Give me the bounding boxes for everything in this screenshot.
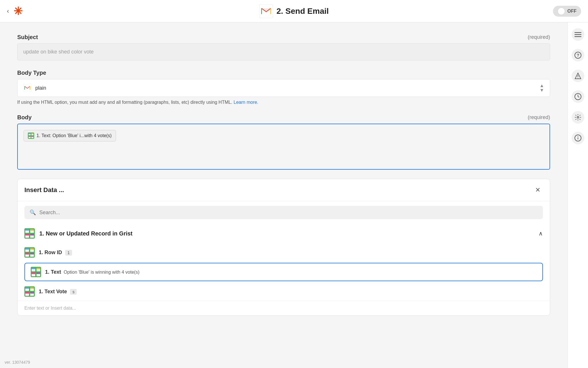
clock-icon <box>575 93 581 100</box>
svg-point-55 <box>577 116 579 118</box>
body-label-row: Body (required) <box>17 114 550 121</box>
search-input-wrap: 🔍 <box>24 206 543 219</box>
sidebar-warning-icon[interactable] <box>572 70 584 82</box>
subject-required: (required) <box>528 34 550 40</box>
svg-rect-9 <box>28 136 30 137</box>
svg-rect-26 <box>30 248 34 250</box>
body-type-value: plain <box>35 85 46 91</box>
svg-rect-45 <box>25 292 29 294</box>
body-label: Body <box>17 114 32 121</box>
select-arrows-icon: ▲ ▼ <box>539 83 544 93</box>
grist-item-icon <box>24 247 35 258</box>
sidebar-settings-icon[interactable] <box>572 111 584 124</box>
svg-rect-35 <box>36 268 40 269</box>
gmail-small-icon <box>23 84 31 92</box>
svg-rect-43 <box>25 287 29 289</box>
bottom-placeholder[interactable]: Enter text or Insert data... <box>24 306 76 310</box>
sidebar-clock-icon[interactable] <box>572 90 584 103</box>
item-label: 1. Text Option 'Blue' is winning with 4 … <box>45 269 140 275</box>
toggle-label: OFF <box>567 9 577 14</box>
svg-rect-49 <box>575 36 581 37</box>
body-required: (required) <box>528 114 550 120</box>
grist-section-header[interactable]: 1. New or Updated Record in Grist ∧ <box>18 224 550 243</box>
svg-rect-48 <box>575 34 581 35</box>
toggle-circle <box>558 7 565 15</box>
subject-label-row: Subject (required) <box>17 34 550 41</box>
warning-triangle-icon <box>575 72 581 79</box>
item-value: Option 'Blue' is winning with 4 vote(s) <box>64 270 140 275</box>
svg-rect-47 <box>575 32 581 33</box>
subject-label: Subject <box>17 34 38 41</box>
body-type-label-row: Body Type <box>17 70 550 76</box>
gmail-icon <box>259 4 273 18</box>
bottom-input-area: Enter text or Insert data... <box>18 301 550 315</box>
grist-section-left: 1. New or Updated Record in Grist <box>24 228 133 239</box>
body-type-select[interactable]: plain ▲ ▼ <box>17 79 550 97</box>
list-item[interactable]: 1. Text Vote s <box>18 282 550 301</box>
close-button[interactable]: ✕ <box>533 185 543 195</box>
search-input[interactable] <box>39 210 538 216</box>
grist-item-icon <box>24 286 35 297</box>
body-type-label: Body Type <box>17 70 46 76</box>
select-left: plain <box>23 84 46 92</box>
svg-rect-46 <box>30 292 34 294</box>
svg-rect-19 <box>30 234 34 235</box>
subject-input[interactable]: update on bike shed color vote <box>17 43 550 60</box>
body-type-info: If using the HTML option, you must add a… <box>17 100 550 105</box>
sidebar-menu-icon[interactable] <box>572 28 584 41</box>
header: ‹ ✳ 2. Send Email OFF <box>0 0 588 22</box>
insert-data-header: Insert Data ... ✕ <box>18 179 550 201</box>
body-tag-text: 1. Text: Option 'Blue' i...with 4 vote(s… <box>36 133 112 138</box>
svg-rect-16 <box>25 229 29 231</box>
svg-rect-44 <box>30 287 34 289</box>
svg-point-53 <box>578 78 578 78</box>
item-label: 1. Row ID 1 <box>39 250 72 256</box>
svg-rect-7 <box>28 133 30 134</box>
list-item-highlighted[interactable]: 1. Text Option 'Blue' is winning with 4 … <box>24 263 543 281</box>
content-area: Subject (required) update on bike shed c… <box>0 22 567 368</box>
menu-lines-icon <box>575 31 581 38</box>
version-label: ver. 13074479 <box>5 360 30 365</box>
subject-placeholder: update on bike shed color vote <box>23 49 94 55</box>
main-layout: Subject (required) update on bike shed c… <box>0 22 588 368</box>
search-container: 🔍 <box>18 201 550 224</box>
subject-field-group: Subject (required) update on bike shed c… <box>17 34 550 60</box>
svg-rect-57 <box>578 137 578 139</box>
right-sidebar: ? <box>567 22 588 368</box>
page-title: 2. Send Email <box>276 7 329 16</box>
toggle-switch[interactable]: OFF <box>553 6 581 17</box>
sidebar-help-icon[interactable]: ? <box>572 49 584 62</box>
svg-rect-27 <box>25 253 29 254</box>
item-value-tag: 1 <box>65 250 72 256</box>
insert-data-panel: Insert Data ... ✕ 🔍 <box>17 179 550 316</box>
svg-rect-17 <box>30 229 34 231</box>
svg-rect-25 <box>25 248 29 250</box>
body-type-field-group: Body Type plain ▲ ▼ <box>17 70 550 105</box>
gear-icon <box>575 114 581 121</box>
svg-rect-18 <box>25 234 29 235</box>
header-left: ‹ ✳ <box>7 5 23 18</box>
body-tag[interactable]: 1. Text: Option 'Blue' i...with 4 vote(s… <box>24 130 116 141</box>
header-center: 2. Send Email <box>259 4 329 18</box>
grist-tag-icon <box>28 133 34 139</box>
info-icon <box>575 135 581 141</box>
chevron-up-icon: ∧ <box>539 230 543 237</box>
insert-data-title: Insert Data ... <box>24 186 64 194</box>
grist-section-title: 1. New or Updated Record in Grist <box>39 230 133 237</box>
grist-section-icon <box>24 228 35 239</box>
list-item[interactable]: 1. Row ID 1 <box>18 243 550 262</box>
item-label: 1. Text Vote s <box>39 289 77 295</box>
sidebar-info-icon[interactable] <box>572 132 584 144</box>
learn-more-link[interactable]: Learn more. <box>234 100 258 105</box>
logo-icon: ✳ <box>13 5 23 18</box>
body-field-group: Body (required) <box>17 114 550 170</box>
body-input[interactable]: 1. Text: Option 'Blue' i...with 4 vote(s… <box>17 124 550 170</box>
question-mark-icon: ? <box>575 52 581 59</box>
svg-rect-34 <box>32 268 35 269</box>
svg-point-58 <box>577 136 578 137</box>
search-icon: 🔍 <box>30 209 36 216</box>
back-button[interactable]: ‹ <box>7 7 9 15</box>
svg-rect-37 <box>36 273 40 274</box>
svg-rect-36 <box>32 273 35 274</box>
svg-text:?: ? <box>577 53 579 57</box>
